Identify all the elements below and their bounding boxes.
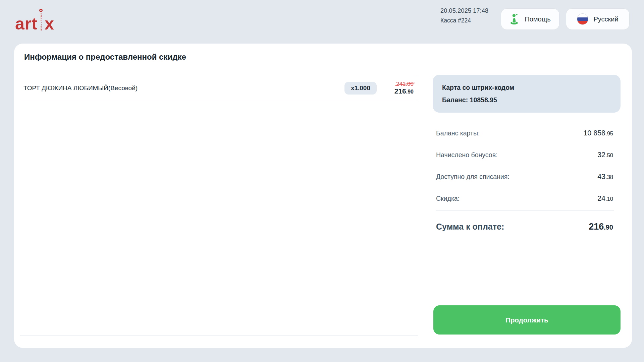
summary-value: 10 858.95 (583, 129, 613, 137)
summary-value-dec: .50 (605, 152, 613, 158)
summary-value: 43.38 (597, 173, 613, 181)
loyalty-card-balance: Баланс: 10858.95 (442, 96, 611, 104)
item-price-dec: .90 (406, 89, 414, 95)
item-quantity-badge: x1.000 (344, 82, 377, 95)
datetime-block: 20.05.2025 17:48 Касса #224 (440, 7, 488, 24)
item-price-block: 241.00 216.90 (390, 81, 414, 96)
item-name: ТОРТ ДЮЖИНА ЛЮБИМЫЙ(Весовой) (23, 84, 344, 92)
summary-row-available-to-spend: Доступно для списания: 43.38 (436, 173, 613, 181)
summary-value-int: 43 (597, 173, 605, 181)
total-value-int: 216 (589, 222, 604, 232)
item-old-price: 241.00 (396, 81, 414, 87)
item-row: ТОРТ ДЮЖИНА ЛЮБИМЫЙ(Весовой) x1.000 241.… (20, 76, 418, 100)
summary-label: Доступно для списания: (436, 173, 509, 181)
continue-button[interactable]: Продолжить (433, 305, 621, 335)
help-button[interactable]: Помощь (501, 8, 559, 30)
summary-row-card-balance: Баланс карты: 10 858.95 (436, 129, 613, 137)
logo-text-x: x (45, 17, 54, 31)
item-price-int: 216 (394, 87, 406, 95)
summary-value-int: 10 858 (583, 129, 605, 137)
help-person-icon (509, 13, 520, 25)
logo-vertical-text: solutions (40, 13, 42, 31)
logo-solutions-column: solutions (39, 9, 44, 31)
total-row: Сумма к оплате: 216.90 (436, 222, 613, 232)
help-button-label: Помощь (525, 15, 550, 23)
logo-text-art: art (15, 17, 38, 31)
logo-ring-icon (39, 9, 43, 12)
summary-label: Начислено бонусов: (436, 151, 497, 159)
loyalty-card: Карта со штрих-кодом Баланс: 10858.95 (433, 75, 621, 113)
page-title: Информация о предоставленной скидке (24, 52, 186, 62)
summary-value-int: 32 (597, 151, 605, 159)
summary-value-int: 24 (597, 194, 605, 202)
total-label: Сумма к оплате: (436, 222, 504, 232)
summary-value: 24.10 (597, 194, 613, 203)
language-button-label: Русский (593, 15, 618, 23)
discount-info-card: Информация о предоставленной скидке ТОРТ… (14, 44, 632, 348)
summary-value: 32.50 (597, 151, 613, 159)
summary-row-bonuses-earned: Начислено бонусов: 32.50 (436, 151, 613, 159)
list-bottom-divider (20, 335, 418, 336)
summary-value-dec: .38 (605, 174, 613, 180)
summary-label: Баланс карты: (436, 129, 480, 137)
item-new-price: 216.90 (390, 87, 414, 95)
language-button[interactable]: Русский (566, 8, 630, 30)
register-number: Касса #224 (440, 17, 488, 24)
total-value: 216.90 (589, 222, 613, 232)
loyalty-card-title: Карта со штрих-кодом (442, 84, 611, 92)
summary-value-dec: .95 (605, 130, 613, 136)
current-datetime: 20.05.2025 17:48 (440, 7, 488, 14)
artix-logo: art solutions x (15, 7, 54, 31)
total-value-dec: .90 (604, 224, 613, 231)
summary-value-dec: .10 (605, 196, 613, 202)
summary-row-discount: Скидка: 24.10 (436, 194, 613, 203)
summary-label: Скидка: (436, 195, 460, 202)
summary-divider (436, 210, 614, 210)
loyalty-summary-panel: Карта со штрих-кодом Баланс: 10858.95 Ба… (433, 75, 621, 340)
russian-flag-icon (577, 13, 588, 25)
